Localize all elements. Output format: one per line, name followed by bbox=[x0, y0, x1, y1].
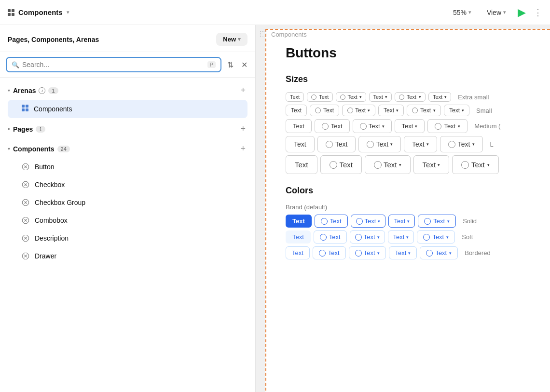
btn-xs-outline-dd[interactable]: Text ▾ bbox=[336, 92, 366, 102]
circle-bordered-icon bbox=[319, 250, 326, 257]
circle-icon-sm-3 bbox=[412, 108, 418, 113]
dd-chevron-xl-3: ▾ bbox=[487, 162, 490, 167]
nav-item-combobox[interactable]: Combobox bbox=[8, 212, 248, 229]
search-input[interactable] bbox=[22, 61, 205, 68]
arenas-section: ▾ Arenas i 1 + bbox=[0, 81, 255, 118]
zoom-chevron-icon: ▾ bbox=[468, 9, 471, 15]
btn-row-xl: Text Text Text ▾ Text ▾ Text ▾ bbox=[286, 155, 531, 174]
btn-brand-outline-icon[interactable]: Text bbox=[315, 215, 348, 228]
arenas-header[interactable]: ▾ Arenas i 1 + bbox=[6, 81, 249, 99]
svg-rect-1 bbox=[26, 105, 28, 108]
nav-item-checkbox[interactable]: Checkbox bbox=[8, 176, 248, 193]
play-button[interactable]: ▶ bbox=[518, 6, 526, 19]
zoom-button[interactable]: 55% ▾ bbox=[449, 7, 475, 18]
btn-xs-dd1[interactable]: Text ▾ bbox=[369, 92, 392, 102]
circle-blue-icon-3 bbox=[424, 218, 431, 225]
title-chevron-icon[interactable]: ▾ bbox=[67, 9, 69, 15]
btn-lg-outline-dd[interactable]: Text ▾ bbox=[358, 136, 401, 152]
solid-label: Solid bbox=[463, 217, 477, 225]
btn-sm-icon-text[interactable]: Text ▾ bbox=[407, 105, 441, 116]
components-add-button[interactable]: + bbox=[238, 144, 248, 154]
btn-soft-outline-icon[interactable]: Text bbox=[314, 230, 347, 243]
dd-chevron-bordered: ▾ bbox=[377, 251, 380, 256]
btn-lg-solid[interactable]: Text bbox=[286, 136, 315, 152]
nav-item-button[interactable]: Button bbox=[8, 158, 248, 176]
btn-xs-text-dd[interactable]: Text ▾ bbox=[428, 92, 451, 102]
btn-sm-solid[interactable]: Text bbox=[286, 105, 307, 116]
btn-lg-icon-text[interactable]: Text ▾ bbox=[440, 136, 483, 152]
btn-soft-icon-text[interactable]: Text ▾ bbox=[417, 230, 455, 243]
nav-item-components[interactable]: Components bbox=[8, 100, 248, 118]
pages-header[interactable]: ▾ Pages 1 + bbox=[6, 120, 249, 138]
components-section: ▾ Components 24 + Button bbox=[0, 140, 255, 265]
circle-icon-md-2 bbox=[360, 123, 367, 130]
btn-bordered-icon-text[interactable]: Text ▾ bbox=[420, 246, 458, 259]
circle-icon-xl-2 bbox=[374, 161, 382, 169]
btn-brand-icon-text[interactable]: Text ▾ bbox=[418, 215, 456, 228]
btn-sm-outline-dd[interactable]: Text ▾ bbox=[342, 105, 375, 116]
page-title: Buttons bbox=[286, 45, 531, 61]
btn-soft-outline-dd[interactable]: Text ▾ bbox=[350, 230, 385, 243]
nav-item-description[interactable]: Description bbox=[8, 230, 248, 247]
dd-chevron-md-2: ▾ bbox=[415, 124, 417, 129]
btn-xs-outline-icon[interactable]: Text bbox=[307, 92, 333, 102]
btn-sm-outline-icon[interactable]: Text bbox=[310, 105, 339, 116]
components-nav-label: Components bbox=[34, 105, 72, 113]
btn-bordered-text-dd[interactable]: Text ▾ bbox=[389, 246, 417, 259]
circle-blue-icon bbox=[321, 218, 328, 225]
view-label: View bbox=[487, 9, 501, 16]
view-button[interactable]: View ▾ bbox=[483, 7, 510, 18]
circle-icon-lg-2 bbox=[367, 141, 374, 148]
btn-bordered-icon[interactable]: Text bbox=[313, 246, 346, 259]
btn-brand-outline-dd[interactable]: Text ▾ bbox=[351, 215, 386, 228]
grid-icon[interactable] bbox=[8, 9, 14, 16]
btn-brand-text-dd[interactable]: Text ▾ bbox=[388, 215, 415, 228]
dd-chevron-sm-3: ▾ bbox=[433, 108, 436, 113]
btn-xl-outline-dd[interactable]: Text ▾ bbox=[365, 155, 411, 174]
svg-rect-3 bbox=[26, 108, 28, 111]
btn-md-dd1[interactable]: Text ▾ bbox=[395, 119, 425, 133]
btn-lg-dd1[interactable]: Text ▾ bbox=[404, 136, 437, 152]
nav-item-checkbox-group[interactable]: Checkbox Group bbox=[8, 194, 248, 211]
svg-rect-0 bbox=[22, 105, 25, 108]
dd-chevron-soft: ▾ bbox=[377, 235, 380, 240]
close-search-button[interactable]: ✕ bbox=[239, 58, 249, 71]
btn-xl-solid[interactable]: Text bbox=[286, 155, 317, 174]
btn-lg-outline-icon[interactable]: Text bbox=[317, 136, 356, 152]
dd-chevron-icon: ▾ bbox=[359, 95, 362, 99]
btn-soft-text-dd[interactable]: Text ▾ bbox=[388, 230, 414, 243]
dd-chevron-lg-2: ▾ bbox=[426, 142, 429, 147]
more-icon[interactable]: ⋮ bbox=[534, 7, 542, 18]
dd-chevron-xl-2: ▾ bbox=[438, 162, 440, 167]
dd-chevron-xl: ▾ bbox=[399, 162, 401, 167]
colors-section-content: Brand (default) Text Text Text ▾ Text ▾ … bbox=[286, 203, 531, 259]
lg-size-label: L bbox=[490, 141, 493, 148]
btn-sm-text-dd[interactable]: Text ▾ bbox=[444, 105, 469, 116]
drawer-icon bbox=[21, 252, 30, 260]
new-button[interactable]: New ▾ bbox=[216, 33, 248, 46]
btn-soft[interactable]: Text bbox=[286, 230, 311, 243]
btn-xs-solid[interactable]: Text bbox=[286, 92, 304, 102]
pages-label: Pages bbox=[13, 125, 33, 133]
components-section-header[interactable]: ▾ Components 24 + bbox=[6, 140, 249, 158]
btn-md-outline-dd[interactable]: Text ▾ bbox=[353, 119, 392, 133]
btn-xl-icon-text[interactable]: Text ▾ bbox=[452, 155, 499, 174]
nav-item-drawer[interactable]: Drawer bbox=[8, 247, 248, 265]
pages-add-button[interactable]: + bbox=[238, 124, 248, 134]
btn-sm-dd1[interactable]: Text ▾ bbox=[378, 105, 404, 116]
arenas-add-button[interactable]: + bbox=[238, 85, 248, 95]
circle-icon-2 bbox=[340, 95, 345, 100]
arenas-chevron-icon: ▾ bbox=[8, 88, 10, 93]
sort-button[interactable]: ⇅ bbox=[225, 58, 235, 71]
btn-xl-dd1[interactable]: Text ▾ bbox=[413, 155, 450, 174]
btn-bordered[interactable]: Text bbox=[286, 246, 310, 259]
btn-md-icon-text[interactable]: Text ▾ bbox=[427, 119, 468, 133]
checkbox-group-nav-label: Checkbox Group bbox=[35, 199, 85, 206]
btn-md-solid[interactable]: Text bbox=[286, 119, 312, 133]
btn-brand-solid[interactable]: Text bbox=[286, 215, 312, 228]
btn-md-outline-icon[interactable]: Text bbox=[315, 119, 350, 133]
circle-icon-md-3 bbox=[435, 123, 441, 130]
btn-bordered-dd[interactable]: Text ▾ bbox=[349, 246, 386, 259]
btn-xl-outline-icon[interactable]: Text bbox=[320, 155, 362, 174]
btn-xs-icon-text[interactable]: Text ▾ bbox=[395, 92, 426, 102]
